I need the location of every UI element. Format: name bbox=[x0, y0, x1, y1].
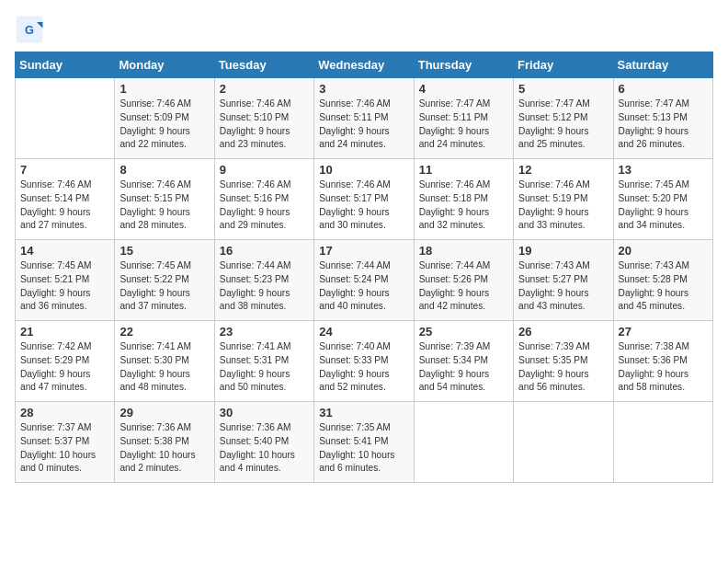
day-info: Sunrise: 7:45 AM Sunset: 5:21 PM Dayligh… bbox=[20, 259, 109, 314]
day-info: Sunrise: 7:46 AM Sunset: 5:18 PM Dayligh… bbox=[419, 178, 508, 233]
calendar-cell: 10Sunrise: 7:46 AM Sunset: 5:17 PM Dayli… bbox=[314, 159, 414, 240]
calendar-cell: 24Sunrise: 7:40 AM Sunset: 5:33 PM Dayli… bbox=[314, 321, 414, 402]
day-number: 12 bbox=[518, 163, 608, 177]
day-info: Sunrise: 7:46 AM Sunset: 5:15 PM Dayligh… bbox=[119, 178, 209, 233]
calendar-cell bbox=[514, 402, 613, 483]
day-number: 13 bbox=[619, 163, 708, 177]
day-header-monday: Monday bbox=[115, 52, 214, 78]
calendar-cell bbox=[613, 402, 712, 483]
day-number: 31 bbox=[319, 406, 408, 419]
page-header: G bbox=[15, 15, 713, 44]
calendar-cell: 13Sunrise: 7:45 AM Sunset: 5:20 PM Dayli… bbox=[613, 159, 712, 240]
day-number: 21 bbox=[20, 325, 109, 339]
day-number: 6 bbox=[619, 82, 708, 96]
day-header-thursday: Thursday bbox=[414, 52, 513, 78]
day-header-saturday: Saturday bbox=[613, 52, 712, 78]
day-info: Sunrise: 7:44 AM Sunset: 5:24 PM Dayligh… bbox=[319, 259, 408, 314]
calendar-cell: 26Sunrise: 7:39 AM Sunset: 5:35 PM Dayli… bbox=[514, 321, 613, 402]
day-number: 27 bbox=[619, 325, 708, 339]
calendar-cell: 18Sunrise: 7:44 AM Sunset: 5:26 PM Dayli… bbox=[414, 240, 513, 321]
day-number: 3 bbox=[319, 82, 408, 96]
day-info: Sunrise: 7:42 AM Sunset: 5:29 PM Dayligh… bbox=[20, 340, 109, 395]
day-info: Sunrise: 7:43 AM Sunset: 5:28 PM Dayligh… bbox=[619, 259, 708, 314]
day-info: Sunrise: 7:47 AM Sunset: 5:11 PM Dayligh… bbox=[419, 98, 508, 152]
calendar-cell: 15Sunrise: 7:45 AM Sunset: 5:22 PM Dayli… bbox=[115, 240, 214, 321]
day-info: Sunrise: 7:35 AM Sunset: 5:41 PM Dayligh… bbox=[319, 421, 408, 476]
day-info: Sunrise: 7:44 AM Sunset: 5:26 PM Dayligh… bbox=[419, 259, 508, 314]
day-number: 1 bbox=[119, 82, 209, 96]
day-number: 15 bbox=[119, 244, 209, 258]
day-info: Sunrise: 7:37 AM Sunset: 5:37 PM Dayligh… bbox=[20, 421, 109, 476]
day-number: 18 bbox=[419, 244, 508, 258]
calendar-cell bbox=[414, 402, 513, 483]
day-number: 23 bbox=[220, 325, 309, 339]
logo: G bbox=[15, 15, 48, 44]
day-number: 17 bbox=[319, 244, 408, 258]
day-info: Sunrise: 7:46 AM Sunset: 5:16 PM Dayligh… bbox=[220, 178, 309, 233]
calendar-header-row: SundayMondayTuesdayWednesdayThursdayFrid… bbox=[16, 52, 713, 78]
day-number: 25 bbox=[419, 325, 508, 339]
day-header-wednesday: Wednesday bbox=[314, 52, 414, 78]
calendar-cell: 11Sunrise: 7:46 AM Sunset: 5:18 PM Dayli… bbox=[414, 159, 513, 240]
day-number: 16 bbox=[220, 244, 309, 258]
calendar-week-5: 28Sunrise: 7:37 AM Sunset: 5:37 PM Dayli… bbox=[16, 402, 713, 483]
day-number: 14 bbox=[20, 244, 109, 258]
day-info: Sunrise: 7:36 AM Sunset: 5:40 PM Dayligh… bbox=[220, 421, 309, 476]
calendar-week-3: 14Sunrise: 7:45 AM Sunset: 5:21 PM Dayli… bbox=[16, 240, 713, 321]
day-number: 29 bbox=[119, 406, 209, 419]
day-number: 4 bbox=[419, 82, 508, 96]
day-info: Sunrise: 7:47 AM Sunset: 5:13 PM Dayligh… bbox=[619, 98, 708, 152]
day-number: 9 bbox=[220, 163, 309, 177]
day-number: 30 bbox=[220, 406, 309, 419]
day-info: Sunrise: 7:45 AM Sunset: 5:20 PM Dayligh… bbox=[619, 178, 708, 233]
svg-text:G: G bbox=[25, 23, 34, 37]
day-number: 22 bbox=[119, 325, 209, 339]
calendar-cell: 12Sunrise: 7:46 AM Sunset: 5:19 PM Dayli… bbox=[514, 159, 613, 240]
day-number: 7 bbox=[20, 163, 109, 177]
calendar-cell: 4Sunrise: 7:47 AM Sunset: 5:11 PM Daylig… bbox=[414, 78, 513, 159]
calendar-cell: 2Sunrise: 7:46 AM Sunset: 5:10 PM Daylig… bbox=[214, 78, 313, 159]
day-info: Sunrise: 7:39 AM Sunset: 5:35 PM Dayligh… bbox=[518, 340, 608, 395]
calendar-cell: 25Sunrise: 7:39 AM Sunset: 5:34 PM Dayli… bbox=[414, 321, 513, 402]
calendar-cell: 31Sunrise: 7:35 AM Sunset: 5:41 PM Dayli… bbox=[314, 402, 414, 483]
calendar-cell: 14Sunrise: 7:45 AM Sunset: 5:21 PM Dayli… bbox=[16, 240, 115, 321]
day-info: Sunrise: 7:46 AM Sunset: 5:14 PM Dayligh… bbox=[20, 178, 109, 233]
day-number: 24 bbox=[319, 325, 408, 339]
calendar-cell: 16Sunrise: 7:44 AM Sunset: 5:23 PM Dayli… bbox=[214, 240, 313, 321]
day-info: Sunrise: 7:41 AM Sunset: 5:30 PM Dayligh… bbox=[119, 340, 209, 395]
calendar-cell: 28Sunrise: 7:37 AM Sunset: 5:37 PM Dayli… bbox=[16, 402, 115, 483]
day-info: Sunrise: 7:45 AM Sunset: 5:22 PM Dayligh… bbox=[119, 259, 209, 314]
day-header-friday: Friday bbox=[514, 52, 613, 78]
calendar-cell: 1Sunrise: 7:46 AM Sunset: 5:09 PM Daylig… bbox=[115, 78, 214, 159]
logo-icon: G bbox=[15, 15, 44, 44]
calendar-cell: 21Sunrise: 7:42 AM Sunset: 5:29 PM Dayli… bbox=[16, 321, 115, 402]
calendar-cell bbox=[16, 78, 115, 159]
day-number: 10 bbox=[319, 163, 408, 177]
day-number: 19 bbox=[518, 244, 608, 258]
day-info: Sunrise: 7:43 AM Sunset: 5:27 PM Dayligh… bbox=[518, 259, 608, 314]
day-header-tuesday: Tuesday bbox=[214, 52, 313, 78]
calendar-cell: 27Sunrise: 7:38 AM Sunset: 5:36 PM Dayli… bbox=[613, 321, 712, 402]
day-number: 2 bbox=[220, 82, 309, 96]
day-number: 26 bbox=[518, 325, 608, 339]
day-info: Sunrise: 7:46 AM Sunset: 5:11 PM Dayligh… bbox=[319, 98, 408, 152]
day-number: 5 bbox=[518, 82, 608, 96]
day-info: Sunrise: 7:47 AM Sunset: 5:12 PM Dayligh… bbox=[518, 98, 608, 152]
day-info: Sunrise: 7:38 AM Sunset: 5:36 PM Dayligh… bbox=[619, 340, 708, 395]
day-number: 11 bbox=[419, 163, 508, 177]
day-info: Sunrise: 7:46 AM Sunset: 5:09 PM Dayligh… bbox=[119, 98, 209, 152]
calendar-table: SundayMondayTuesdayWednesdayThursdayFrid… bbox=[15, 52, 713, 483]
calendar-cell: 29Sunrise: 7:36 AM Sunset: 5:38 PM Dayli… bbox=[115, 402, 214, 483]
calendar-cell: 22Sunrise: 7:41 AM Sunset: 5:30 PM Dayli… bbox=[115, 321, 214, 402]
day-number: 8 bbox=[119, 163, 209, 177]
day-info: Sunrise: 7:41 AM Sunset: 5:31 PM Dayligh… bbox=[220, 340, 309, 395]
day-info: Sunrise: 7:44 AM Sunset: 5:23 PM Dayligh… bbox=[220, 259, 309, 314]
calendar-cell: 3Sunrise: 7:46 AM Sunset: 5:11 PM Daylig… bbox=[314, 78, 414, 159]
day-info: Sunrise: 7:46 AM Sunset: 5:19 PM Dayligh… bbox=[518, 178, 608, 233]
calendar-cell: 23Sunrise: 7:41 AM Sunset: 5:31 PM Dayli… bbox=[214, 321, 313, 402]
calendar-cell: 19Sunrise: 7:43 AM Sunset: 5:27 PM Dayli… bbox=[514, 240, 613, 321]
day-number: 20 bbox=[619, 244, 708, 258]
calendar-week-1: 1Sunrise: 7:46 AM Sunset: 5:09 PM Daylig… bbox=[16, 78, 713, 159]
calendar-week-4: 21Sunrise: 7:42 AM Sunset: 5:29 PM Dayli… bbox=[16, 321, 713, 402]
calendar-cell: 7Sunrise: 7:46 AM Sunset: 5:14 PM Daylig… bbox=[16, 159, 115, 240]
